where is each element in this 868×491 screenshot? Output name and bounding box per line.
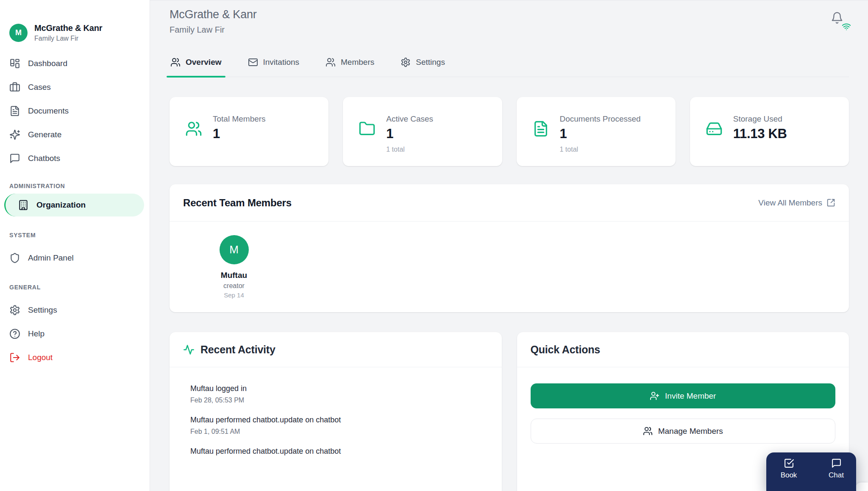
org-avatar: M (9, 24, 28, 42)
card-title: Quick Actions (531, 344, 601, 356)
section-label-system: SYSTEM (0, 231, 150, 239)
invite-member-button[interactable]: Invite Member (531, 383, 836, 408)
activity-pulse-icon (183, 344, 195, 355)
tab-overview[interactable]: Overview (170, 55, 223, 77)
external-link-icon (826, 198, 835, 207)
sidebar-item-settings[interactable]: Settings (0, 298, 150, 322)
book-button[interactable]: Book (771, 458, 806, 491)
document-icon (532, 120, 549, 137)
users-icon (643, 426, 653, 436)
chat-bubble-icon (9, 153, 20, 164)
logout-icon (9, 352, 20, 363)
shield-icon (9, 252, 20, 264)
stat-value: 1 (213, 126, 266, 141)
recent-activity-card: Recent Activity Muftau logged in Feb 28,… (170, 332, 502, 491)
stat-label: Documents Processed (560, 114, 641, 124)
stat-label: Storage Used (733, 114, 787, 124)
team-member-tile[interactable]: M Muftau creator Sep 14 (210, 235, 258, 299)
stat-card-total-members: Total Members 1 (170, 97, 328, 166)
stat-value: 11.13 KB (733, 126, 787, 141)
corner-widget-fragment (855, 483, 868, 491)
sidebar-item-label: Settings (28, 305, 57, 315)
sidebar-item-help[interactable]: Help (0, 322, 150, 346)
tab-label: Settings (416, 58, 445, 67)
section-label-general: GENERAL (0, 283, 150, 291)
gear-icon (401, 57, 411, 67)
sidebar-item-generate[interactable]: Generate (0, 123, 150, 147)
member-name: Muftau (221, 271, 247, 280)
sidebar-item-admin-panel[interactable]: Admin Panel (0, 246, 150, 270)
stat-card-storage-used: Storage Used 11.13 KB (690, 97, 849, 166)
wifi-status-icon (842, 22, 851, 31)
support-widget: Book Chat (766, 452, 856, 491)
activity-list: Muftau logged in Feb 28, 05:53 PM Muftau… (170, 367, 502, 456)
sidebar-item-label: Logout (28, 353, 53, 362)
sidebar: M McGrathe & Kanr Family Law Fir Dashboa… (0, 0, 150, 491)
activity-item: Muftau logged in Feb 28, 05:53 PM (190, 384, 488, 404)
document-icon (9, 105, 20, 117)
main-area: McGrathe & Kanr Family Law Fir Overview … (150, 0, 868, 491)
manage-members-button[interactable]: Manage Members (531, 419, 836, 444)
card-title: Recent Team Members (183, 197, 292, 209)
member-avatar: M (220, 235, 249, 264)
sidebar-item-chatbots[interactable]: Chatbots (0, 147, 150, 170)
stat-label: Total Members (213, 114, 266, 124)
stat-subtext: 1 total (386, 146, 433, 153)
stats-row: Total Members 1 Active Cases 1 1 total (170, 97, 849, 166)
topbar (150, 0, 868, 0)
sidebar-item-documents[interactable]: Documents (0, 99, 150, 123)
sidebar-item-logout[interactable]: Logout (0, 346, 150, 369)
building-icon (18, 200, 29, 211)
tab-bar: Overview Invitations Members Settings (170, 55, 849, 77)
dashboard-icon (9, 58, 20, 69)
view-all-members-link[interactable]: View All Members (758, 198, 835, 208)
sidebar-item-dashboard[interactable]: Dashboard (0, 52, 150, 75)
page-content: McGrathe & Kanr Family Law Fir Overview … (150, 0, 868, 491)
sidebar-item-cases[interactable]: Cases (0, 75, 150, 99)
sidebar-item-organization[interactable]: Organization (4, 194, 144, 216)
activity-text: Muftau performed chatbot.update on chatb… (190, 447, 488, 456)
activity-item: Muftau performed chatbot.update on chatb… (190, 416, 488, 436)
sidebar-item-label: Help (28, 329, 45, 338)
stat-label: Active Cases (386, 114, 433, 124)
tab-label: Overview (186, 58, 222, 67)
recent-team-members-card: Recent Team Members View All Members M M… (170, 184, 849, 312)
sparkles-icon (9, 129, 20, 140)
sidebar-item-label: Generate (28, 130, 61, 139)
hard-drive-icon (706, 120, 723, 137)
gear-icon (9, 305, 20, 316)
briefcase-icon (9, 82, 20, 93)
users-icon (326, 57, 336, 67)
help-circle-icon (9, 328, 20, 339)
user-plus-icon (650, 391, 659, 401)
org-subtitle: Family Law Fir (34, 35, 102, 42)
org-brand: M McGrathe & Kanr Family Law Fir (0, 23, 150, 42)
stat-card-documents-processed: Documents Processed 1 1 total (517, 97, 676, 166)
sidebar-item-label: Chatbots (28, 154, 60, 163)
activity-timestamp: Feb 1, 09:51 AM (190, 428, 488, 436)
activity-text: Muftau logged in (190, 384, 488, 393)
stat-value: 1 (386, 126, 433, 141)
chat-button[interactable]: Chat (819, 458, 854, 491)
tab-invitations[interactable]: Invitations (247, 55, 300, 77)
activity-timestamp: Feb 28, 05:53 PM (190, 397, 488, 404)
member-date: Sep 14 (224, 291, 244, 299)
org-name: McGrathe & Kanr (34, 23, 102, 33)
users-icon (185, 120, 202, 137)
stat-subtext: 1 total (560, 146, 641, 153)
section-label-administration: ADMINISTRATION (0, 182, 150, 190)
users-icon (170, 57, 181, 67)
card-title: Recent Activity (200, 344, 275, 356)
sidebar-item-label: Organization (36, 200, 86, 210)
chat-bubble-icon (831, 458, 842, 469)
stat-value: 1 (560, 126, 641, 141)
app-window: M McGrathe & Kanr Family Law Fir Dashboa… (0, 0, 868, 491)
sidebar-item-label: Cases (28, 83, 51, 92)
check-square-icon (784, 458, 794, 469)
tab-settings[interactable]: Settings (400, 55, 446, 77)
page-title: McGrathe & Kanr (170, 8, 849, 21)
mail-icon (248, 57, 258, 67)
tab-members[interactable]: Members (325, 55, 375, 77)
page-subtitle: Family Law Fir (170, 25, 849, 35)
sidebar-item-label: Documents (28, 106, 69, 116)
